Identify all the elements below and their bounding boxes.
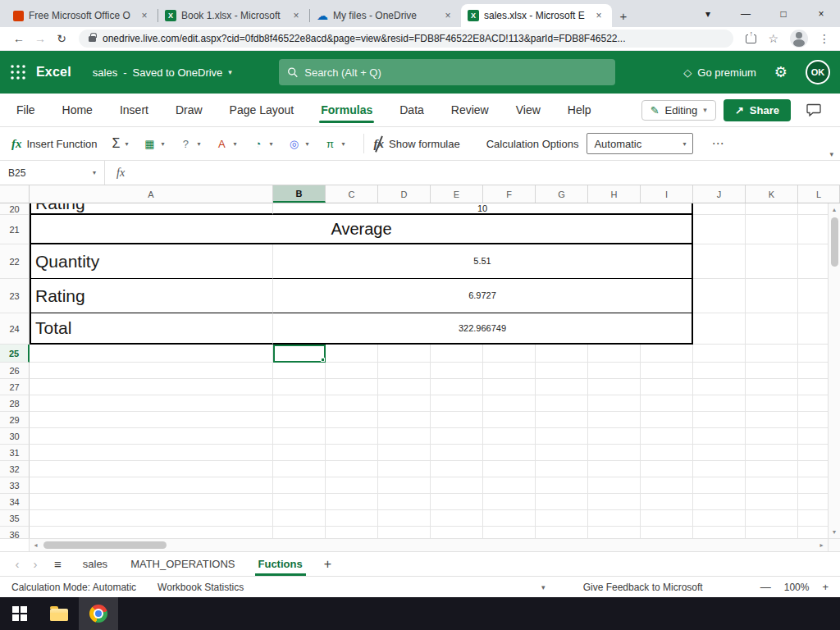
calculation-mode-select[interactable]: Automatic ▾ (587, 133, 693, 154)
row-header-32[interactable]: 32 (0, 461, 30, 477)
column-header-H[interactable]: H (588, 185, 641, 203)
zoom-in-icon[interactable]: + (822, 581, 829, 593)
cell-J28[interactable] (693, 395, 746, 412)
cell-A30[interactable] (30, 428, 273, 445)
menu-draw[interactable]: Draw (174, 94, 204, 126)
cell-I35[interactable] (641, 510, 693, 527)
cell-G34[interactable] (536, 494, 588, 510)
cell-A34[interactable] (30, 494, 273, 510)
forward-icon[interactable]: → (30, 32, 51, 45)
go-premium-button[interactable]: ◇ Go premium (683, 66, 756, 79)
cell-C25[interactable] (326, 345, 378, 363)
cell-F28[interactable] (483, 395, 536, 412)
vertical-scrollbar[interactable]: ▴ ▾ (828, 203, 840, 538)
cell-A33[interactable] (30, 477, 273, 494)
cell-B22-merged[interactable]: 5.51 (273, 244, 693, 279)
cell-C26[interactable] (326, 363, 378, 379)
cell-H28[interactable] (588, 395, 641, 412)
cell-H31[interactable] (588, 445, 641, 461)
comments-button[interactable] (802, 99, 825, 121)
math-trig-functions-dropdown[interactable]: π ▾ (323, 138, 345, 150)
zoom-level[interactable]: 100% (784, 582, 810, 593)
account-avatar[interactable]: OK (806, 60, 830, 84)
tab-close-icon[interactable]: × (138, 9, 151, 22)
all-sheets-menu-icon[interactable]: ≡ (54, 557, 62, 571)
text-functions-dropdown[interactable]: A ▾ (215, 138, 236, 150)
row-header-35[interactable]: 35 (0, 510, 30, 527)
search-box[interactable] (279, 59, 615, 85)
cell-C36[interactable] (326, 527, 378, 538)
document-title-cluster[interactable]: sales - Saved to OneDrive ▾ (93, 66, 232, 79)
new-tab-button[interactable]: + (612, 4, 635, 27)
row-header-33[interactable]: 33 (0, 477, 30, 494)
cell-K29[interactable] (746, 412, 798, 428)
menu-data[interactable]: Data (398, 94, 426, 126)
row-header-29[interactable]: 29 (0, 412, 30, 428)
cell-B23-merged[interactable]: 6.9727 (273, 279, 693, 313)
cell-H30[interactable] (588, 428, 641, 445)
cell-J32[interactable] (693, 461, 746, 477)
cell-I34[interactable] (641, 494, 693, 510)
row-header-22[interactable]: 22 (0, 244, 30, 279)
cell-A32[interactable] (30, 461, 273, 477)
cell-I28[interactable] (641, 395, 693, 412)
insert-function-button[interactable]: fx Insert Function (11, 137, 98, 151)
cell-D35[interactable] (378, 510, 431, 527)
name-box[interactable]: B25 ▾ (0, 161, 105, 185)
row-header-31[interactable]: 31 (0, 445, 30, 461)
scroll-right-icon[interactable]: ▸ (815, 541, 828, 549)
cell-H34[interactable] (588, 494, 641, 510)
autosum-dropdown[interactable]: Σ ▾ (112, 136, 129, 151)
row-header-21[interactable]: 21 (0, 215, 30, 244)
menu-file[interactable]: File (15, 94, 37, 126)
cell-D33[interactable] (378, 477, 431, 494)
cell-I27[interactable] (641, 379, 693, 395)
horizontal-scrollbar[interactable]: ◂ ▸ (0, 538, 840, 551)
cell-J21[interactable] (693, 215, 746, 244)
browser-tab-office[interactable]: Free Microsoft Office O × (7, 4, 158, 27)
cell-A27[interactable] (30, 379, 273, 395)
cell-C32[interactable] (326, 461, 378, 477)
cell-D32[interactable] (378, 461, 431, 477)
cell-J26[interactable] (693, 363, 746, 379)
tab-close-icon[interactable]: × (592, 9, 605, 22)
cell-F25[interactable] (483, 345, 536, 363)
cell-F36[interactable] (483, 527, 536, 538)
cell-J23[interactable] (693, 279, 746, 313)
sheet-tab-fuctions[interactable]: Fuctions (247, 552, 314, 576)
cell-D27[interactable] (378, 379, 431, 395)
add-sheet-icon[interactable]: + (314, 557, 341, 572)
cell-A21-merged[interactable]: Average (30, 215, 693, 244)
date-time-functions-dropdown[interactable]: ◔ ▾ (251, 138, 272, 150)
cell-C27[interactable] (326, 379, 378, 395)
financial-functions-dropdown[interactable]: ▦ ▾ (143, 138, 164, 150)
cell-F31[interactable] (483, 445, 536, 461)
cell-F27[interactable] (483, 379, 536, 395)
cell-A22[interactable]: Quantity (30, 244, 273, 279)
cell-I36[interactable] (641, 527, 693, 538)
minimize-button[interactable]: — (727, 0, 765, 27)
column-header-K[interactable]: K (746, 185, 798, 203)
tab-close-icon[interactable]: × (290, 9, 303, 22)
cell-C34[interactable] (326, 494, 378, 510)
refresh-icon[interactable]: ↻ (51, 32, 72, 45)
cell-E34[interactable] (431, 494, 483, 510)
cell-A35[interactable] (30, 510, 273, 527)
cell-G35[interactable] (536, 510, 588, 527)
cell-J29[interactable] (693, 412, 746, 428)
cell-J30[interactable] (693, 428, 746, 445)
cell-J35[interactable] (693, 510, 746, 527)
row-header-28[interactable]: 28 (0, 395, 30, 412)
cell-F32[interactable] (483, 461, 536, 477)
cell-J31[interactable] (693, 445, 746, 461)
share-page-icon[interactable] (746, 34, 756, 43)
cell-H32[interactable] (588, 461, 641, 477)
cell-J36[interactable] (693, 527, 746, 538)
scroll-up-icon[interactable]: ▴ (829, 203, 840, 216)
cell-K31[interactable] (746, 445, 798, 461)
cell-I31[interactable] (641, 445, 693, 461)
start-button[interactable] (0, 597, 39, 630)
sheet-tab-math-operations[interactable]: MATH_OPERATIONS (119, 552, 246, 576)
column-header-F[interactable]: F (483, 185, 536, 203)
cell-B30[interactable] (273, 428, 326, 445)
